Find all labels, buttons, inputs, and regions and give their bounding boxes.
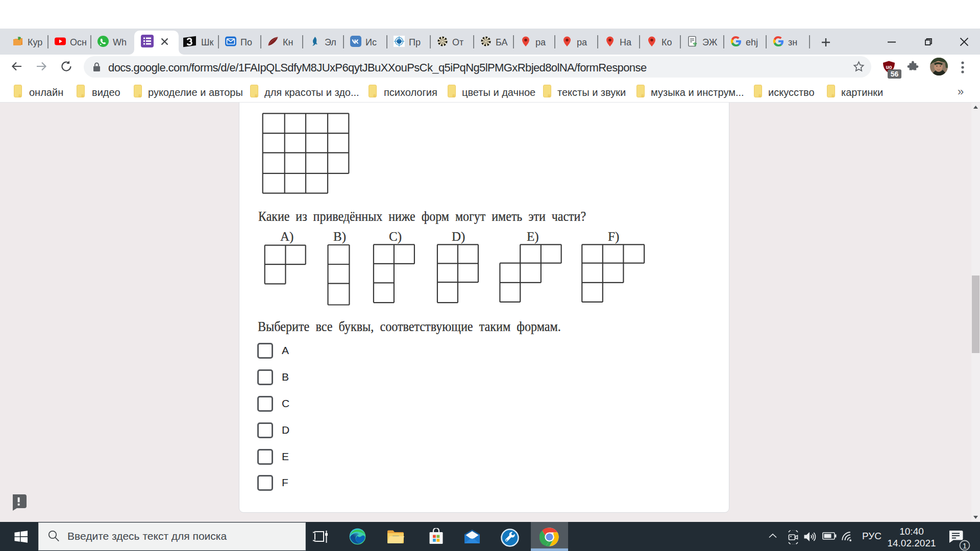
svg-text:1: 1 [963,541,967,550]
